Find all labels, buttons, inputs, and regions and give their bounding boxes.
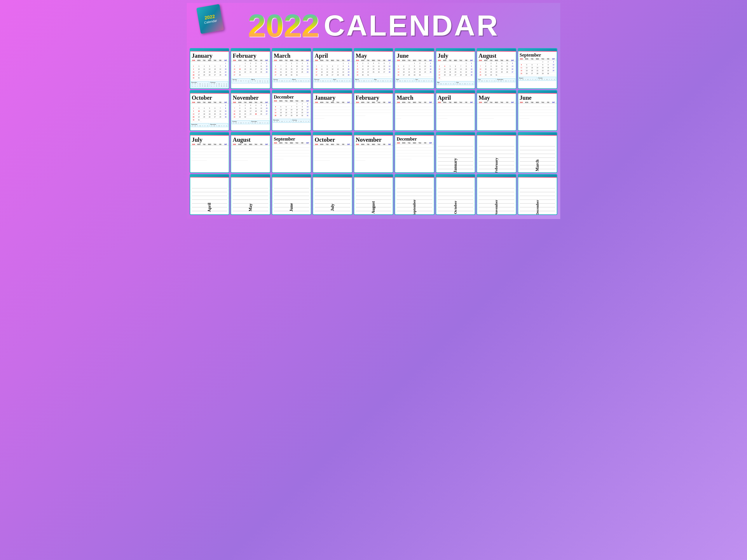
nov3-days [354, 146, 393, 161]
aug-footer: JulySMTWTFS SeptemberSMTWTFS [477, 78, 516, 83]
may-day-header: SUNMONTUEWEDTHUFRISAT [354, 59, 393, 62]
sep3-header [272, 133, 311, 135]
aug-rot-header [354, 175, 393, 177]
cal-march: March SUNMONTUEWEDTHUFRISAT 12345 678910… [272, 48, 311, 89]
mini-calendar-icon: 2022 Calendar [197, 4, 224, 34]
jun2-title: June [518, 94, 557, 102]
jun-rot-label: June [289, 203, 294, 212]
nov-footer: OctoberSMTWTFS DecemberSMTWTFS [231, 119, 269, 125]
sep-day-header: SUNMONTUEWEDTHUFRISAT [518, 58, 557, 60]
apr2-day-header: SUNMONTUEWEDTHUFRISAT [436, 102, 475, 104]
apr-title: April [313, 52, 352, 59]
apr-footer: FebruarySMTWTFS AprilSMTWTFS [313, 78, 352, 83]
dec-days: 123 45678910 11121314151617 181920212223… [272, 102, 311, 117]
header: 2022 Calendar 2022 CALENDAR [190, 6, 557, 48]
dec-header [272, 91, 311, 93]
feb-days: 12345 6789101112 13141516171819 20212223… [231, 62, 269, 77]
cal-august-rotated: August [354, 174, 393, 215]
cal-june-rotated: June [272, 174, 311, 215]
oct3-header [313, 133, 352, 135]
aug-day-header: SUNMONTUEWEDTHUFRISAT [477, 59, 516, 62]
dec-day-header: SUNMONTUEWEDTHUFRISAT [272, 100, 311, 102]
cal-october: October SUNMONTUEWEDTHUFRISAT 1 2345678 … [190, 90, 229, 131]
jun-day-header: SUNMONTUEWEDTHUFRISAT [395, 59, 434, 62]
dec-rot-header [518, 175, 557, 177]
aug-title: August [477, 52, 516, 59]
cal-february-rotated: February [476, 132, 516, 173]
row3-grid: July SUNMONTUEWEDTHUFRISAT August SUNMON… [190, 132, 557, 173]
jan2-day-header: SUNMONTUEWEDTHUFRISAT [313, 102, 352, 104]
sep-rot-header [395, 175, 434, 177]
row1-grid: January SUNMONTUEWEDTHUFRISAT 1 2345678 … [190, 48, 557, 89]
aug3-day-header: SUNMONTUEWEDTHUFRISAT [231, 143, 269, 146]
oct-rot-header [436, 175, 475, 177]
cal-june-blank: June SUNMONTUEWEDTHUFRISAT [518, 90, 557, 131]
may-days: 1234567 891011121314 15161718192021 2223… [354, 62, 393, 77]
mar-header [272, 49, 311, 51]
apr2-header [436, 91, 475, 93]
mar2-days [395, 104, 434, 119]
row4-grid: April May June [190, 174, 557, 215]
aug-rot-label: August [371, 201, 376, 214]
nov-title: November [231, 94, 269, 102]
jun-footer: AprilSMTWTFS JuneSMTWTFS [395, 78, 434, 83]
cal-october-rotated: October [436, 174, 475, 215]
nov3-day-header: SUNMONTUEWEDTHUFRISAT [354, 143, 393, 146]
title-2022: 2022 [248, 10, 319, 42]
cal-september: September SUNMONTUEWEDTHUFRISAT 123 4567… [518, 48, 557, 89]
may2-header [477, 91, 516, 93]
aug3-header [231, 133, 269, 135]
oct-title: October [190, 94, 229, 102]
jan2-days [313, 104, 352, 119]
dec3-days [395, 144, 434, 160]
dec3-day-header: SUNMONTUEWEDTHUFRISAT [395, 142, 434, 144]
sep-rot-label: September [412, 199, 417, 215]
cal-may: May SUNMONTUEWEDTHUFRISAT 1234567 891011… [354, 48, 393, 89]
jun-title: June [395, 52, 434, 59]
feb2-day-header: SUNMONTUEWEDTHUFRISAT [354, 102, 393, 104]
sep-footer: AugustSMTWTFS OctoberSMTWTFS [518, 76, 557, 81]
jun2-days [518, 104, 557, 119]
jun-header [395, 49, 434, 51]
mar-footer: JanuarySMTWTFS MarchSMTWTFS [272, 78, 311, 83]
oct3-title: October [313, 136, 352, 143]
sep-header [518, 49, 557, 51]
cal-february: February SUNMONTUEWEDTHUFRISAT 12345 678… [231, 48, 270, 89]
sep3-days [272, 144, 311, 160]
jan-rot-header [436, 133, 475, 135]
apr-rot-header [190, 175, 229, 177]
apr-rot-label: April [207, 203, 212, 212]
nov3-title: November [354, 136, 393, 143]
oct-footer: SeptemberSMTWTFS NovemberSMTWTFS [190, 123, 229, 128]
oct-header [190, 91, 229, 93]
jul3-header [190, 133, 229, 135]
jan-day-header: SUNMONTUEWEDTHUFRISAT [190, 59, 229, 62]
cal-december-rotated: December [518, 174, 557, 215]
may-footer: MarchSMTWTFS MaySMTWTFS [354, 78, 393, 83]
mar2-day-header: SUNMONTUEWEDTHUFRISAT [395, 102, 434, 104]
oct-day-header: SUNMONTUEWEDTHUFRISAT [190, 102, 229, 104]
may-header [354, 49, 393, 51]
cal-december: December SUNMONTUEWEDTHUFRISAT 123 45678… [272, 90, 311, 131]
mar-rot-label: March [535, 160, 540, 171]
feb-rot-label: February [494, 158, 499, 173]
title-calendar: CALENDAR [324, 9, 499, 42]
jun-days: 1234 567891011 12131415161718 1920212223… [395, 62, 434, 77]
nov-days: 123456 78910111213 14151617181920 212223… [231, 104, 269, 119]
apr-day-header: SUNMONTUEWEDTHUFRISAT [313, 59, 352, 62]
cal-may-blank: May SUNMONTUEWEDTHUFRISAT [476, 90, 516, 131]
mar-rot-header [518, 133, 557, 135]
feb2-header [354, 91, 393, 93]
may2-title: May [477, 94, 516, 102]
cal-january-rotated: January [436, 132, 475, 173]
mar2-title: March [395, 94, 434, 102]
nov-header [231, 91, 269, 93]
oct3-days [313, 146, 352, 161]
cal-april-blank: April SUNMONTUEWEDTHUFRISAT [436, 90, 475, 131]
cal-july-rotated: July [312, 174, 352, 215]
dec-title: December [272, 94, 311, 100]
jun-rot-header [272, 175, 311, 177]
nov-day-header: SUNMONTUEWEDTHUFRISAT [231, 102, 269, 104]
feb-title: February [231, 52, 269, 59]
cal-august-r3: August SUNMONTUEWEDTHUFRISAT [231, 132, 270, 173]
